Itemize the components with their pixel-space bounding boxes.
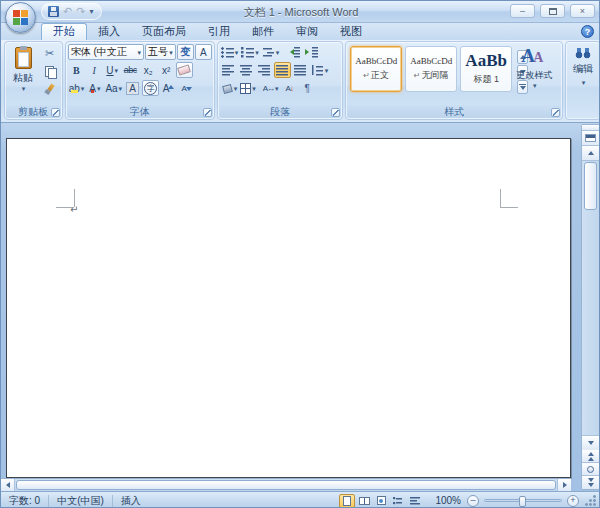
close-button[interactable]: × xyxy=(570,4,595,18)
font-size-value: 五号 xyxy=(148,45,168,59)
font-name-value: 宋体 (中文正 xyxy=(71,45,127,59)
style-card-normal[interactable]: AaBbCcDd ↵正文 xyxy=(350,46,402,92)
text-highlight-button[interactable]: ab▾ xyxy=(68,80,86,96)
format-painter-button[interactable] xyxy=(40,81,59,98)
strikethrough-button[interactable]: abc xyxy=(122,62,139,78)
tab-home[interactable]: 开始 xyxy=(41,23,87,40)
subscript-icon: x₂ xyxy=(144,65,153,76)
style-label: 标题 1 xyxy=(473,73,499,86)
paste-button[interactable]: 粘贴 ▾ xyxy=(8,45,38,105)
full-screen-reading-button[interactable] xyxy=(356,494,372,508)
clipboard-dialog-launcher[interactable] xyxy=(51,108,60,117)
justify-button[interactable] xyxy=(274,62,291,78)
change-styles-button[interactable]: A A 更改样式 ▾ xyxy=(511,45,557,105)
bullets-dropdown-icon: ▾ xyxy=(235,49,239,56)
scroll-right-button[interactable] xyxy=(557,479,571,491)
font-color-button[interactable]: A▾ xyxy=(86,80,103,96)
restore-button[interactable] xyxy=(540,4,565,18)
copy-button[interactable] xyxy=(40,63,59,80)
paragraph-mark: ↵ xyxy=(70,205,78,215)
tab-insert[interactable]: 插入 xyxy=(87,23,131,40)
restore-icon xyxy=(549,8,557,15)
align-right-button[interactable] xyxy=(256,62,273,78)
show-hide-marks-button[interactable]: ¶ xyxy=(299,80,316,96)
font-name-combo[interactable]: 宋体 (中文正 ▾ xyxy=(68,44,144,60)
tab-review[interactable]: 审阅 xyxy=(285,23,329,40)
editing-menu-button[interactable]: 编辑 ▾ xyxy=(566,42,600,86)
sort-button[interactable]: A↓ xyxy=(281,80,298,96)
vertical-scroll-track[interactable] xyxy=(584,161,597,435)
italic-button[interactable]: I xyxy=(86,62,103,78)
previous-page-button[interactable] xyxy=(582,450,599,463)
decrease-indent-button[interactable] xyxy=(285,44,302,60)
font-size-combo[interactable]: 五号 ▾ xyxy=(145,44,176,60)
underline-dropdown-icon: ▾ xyxy=(115,67,119,74)
insert-mode-indicator[interactable]: 插入 xyxy=(113,492,149,508)
web-layout-button[interactable] xyxy=(373,494,389,508)
title-bar: ↶ ↷ ▾ 文档 1 - Microsoft Word – × xyxy=(1,1,600,23)
numbering-button[interactable]: ▾ xyxy=(240,44,260,60)
scroll-left-button[interactable] xyxy=(1,479,15,491)
vertical-scrollbar xyxy=(581,124,600,490)
styles-dialog-launcher[interactable] xyxy=(551,108,560,117)
subscript-button[interactable]: x₂ xyxy=(140,62,157,78)
asian-layout-arrows: ↔ xyxy=(267,84,274,93)
shading-button[interactable]: ▾ xyxy=(220,80,239,96)
word-count-indicator[interactable]: 字数: 0 xyxy=(1,492,48,508)
cut-button[interactable]: ✂ xyxy=(40,45,59,62)
zoom-out-button[interactable]: – xyxy=(467,495,479,507)
style-card-no-spacing[interactable]: AaBbCcDd ↵无间隔 xyxy=(405,46,457,92)
scroll-down-button[interactable] xyxy=(582,435,599,450)
tab-references[interactable]: 引用 xyxy=(197,23,241,40)
grow-font-button[interactable]: A xyxy=(160,80,177,96)
change-case-button[interactable]: Aa▾ xyxy=(104,80,123,96)
resize-grip[interactable] xyxy=(585,495,597,507)
character-border-button[interactable]: A xyxy=(195,44,212,60)
language-indicator[interactable]: 中文(中国) xyxy=(49,492,112,508)
horizontal-scroll-thumb[interactable] xyxy=(16,480,556,490)
scroll-up-button[interactable] xyxy=(582,146,599,161)
tab-view[interactable]: 视图 xyxy=(329,23,373,40)
zoom-slider-track[interactable] xyxy=(484,499,562,502)
draft-view-icon xyxy=(410,496,420,505)
align-center-button[interactable] xyxy=(238,62,255,78)
zoom-in-button[interactable]: + xyxy=(567,495,579,507)
shrink-font-button[interactable]: A xyxy=(178,80,195,96)
increase-indent-button[interactable] xyxy=(303,44,320,60)
underline-button[interactable]: U▾ xyxy=(104,62,121,78)
draft-view-button[interactable] xyxy=(407,494,423,508)
character-shading-button[interactable]: A xyxy=(124,80,141,96)
asian-layout-button[interactable]: A↔▾ xyxy=(262,80,280,96)
zoom-level[interactable]: 100% xyxy=(435,495,461,506)
help-button[interactable]: ? xyxy=(581,25,594,38)
print-layout-view-button[interactable] xyxy=(339,494,355,508)
style-preview: AaBb xyxy=(465,52,507,70)
vertical-scroll-thumb[interactable] xyxy=(584,162,597,210)
outline-view-button[interactable] xyxy=(390,494,406,508)
font-dialog-launcher[interactable] xyxy=(203,108,212,117)
bold-button[interactable]: B xyxy=(68,62,85,78)
line-spacing-button[interactable]: ▾ xyxy=(310,62,330,78)
enclose-characters-button[interactable]: 字 xyxy=(142,80,159,96)
font-name-dropdown-icon: ▾ xyxy=(137,49,141,56)
tab-page-layout[interactable]: 页面布局 xyxy=(131,23,197,40)
clear-formatting-button[interactable] xyxy=(176,62,193,78)
next-page-button[interactable] xyxy=(582,476,599,489)
office-button[interactable] xyxy=(5,2,36,33)
zoom-slider-thumb[interactable] xyxy=(519,496,526,507)
multilevel-list-button[interactable]: ▾ xyxy=(261,44,281,60)
borders-button[interactable]: ▾ xyxy=(239,80,257,96)
paragraph-dialog-launcher[interactable] xyxy=(331,108,340,117)
tab-mailings[interactable]: 邮件 xyxy=(241,23,285,40)
minimize-button[interactable]: – xyxy=(510,4,535,18)
superscript-button[interactable]: x² xyxy=(158,62,175,78)
document-page[interactable]: ↵ xyxy=(6,138,571,478)
style-card-heading1[interactable]: AaBb 标题 1 xyxy=(460,46,512,92)
distributed-button[interactable] xyxy=(292,62,309,78)
select-browse-object-button[interactable] xyxy=(582,463,599,476)
format-painter-icon xyxy=(44,84,56,96)
align-left-button[interactable] xyxy=(220,62,237,78)
bullets-button[interactable]: ▾ xyxy=(220,44,240,60)
phonetic-guide-button[interactable]: 变 xyxy=(177,44,194,60)
ruler-toggle-button[interactable] xyxy=(582,131,599,146)
